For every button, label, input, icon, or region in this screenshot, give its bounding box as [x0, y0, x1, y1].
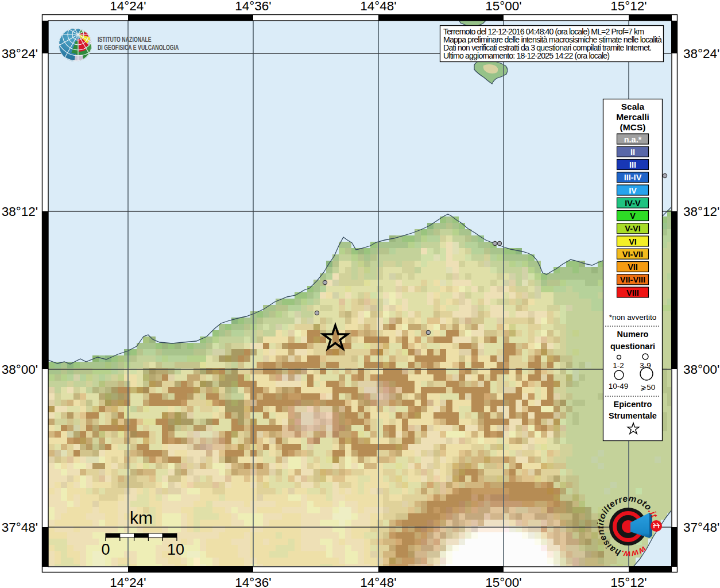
svg-text:km: km [130, 508, 153, 527]
svg-text:VIII: VIII [626, 288, 639, 297]
svg-text:0: 0 [101, 541, 110, 558]
svg-text:14°36': 14°36' [235, 575, 271, 588]
svg-text:14°24': 14°24' [110, 0, 146, 13]
svg-text:14°24': 14°24' [110, 575, 146, 588]
svg-text:questionari: questionari [610, 342, 655, 351]
svg-text:38°12': 38°12' [2, 204, 38, 219]
svg-text:DI GEOFISICA E VULCANOLOGIA: DI GEOFISICA E VULCANOLOGIA [98, 43, 179, 51]
svg-text:15°12': 15°12' [610, 0, 647, 13]
svg-text:IV-V: IV-V [625, 199, 641, 208]
svg-text:3-9: 3-9 [640, 361, 651, 370]
svg-text:Scala: Scala [621, 102, 645, 111]
svg-text:V-VI: V-VI [625, 224, 640, 233]
svg-text:Epicentro: Epicentro [614, 400, 652, 409]
svg-text:10: 10 [167, 541, 184, 558]
svg-text:Ultimo aggiornamento: 18-12-20: Ultimo aggiornamento: 18-12-2025 14:22 (… [443, 51, 610, 60]
svg-text:14°48': 14°48' [360, 0, 396, 13]
svg-text:Mercalli: Mercalli [616, 112, 649, 122]
svg-text:n.a.*: n.a.* [624, 135, 642, 144]
svg-text:IV: IV [629, 186, 637, 195]
svg-text:37°48': 37°48' [2, 520, 38, 535]
svg-text:37°48': 37°48' [683, 520, 719, 535]
svg-text:15°00': 15°00' [485, 575, 521, 588]
svg-text:II: II [630, 148, 635, 157]
svg-text:Strumentale: Strumentale [609, 411, 657, 420]
svg-text:15°12': 15°12' [610, 575, 647, 588]
svg-text:38°00': 38°00' [683, 362, 719, 377]
svg-text:VII: VII [628, 262, 638, 272]
svg-text:VI-VII: VI-VII [622, 250, 643, 259]
svg-text:14°48': 14°48' [360, 575, 396, 588]
svg-text:15°00': 15°00' [485, 0, 521, 13]
svg-text:10-49: 10-49 [609, 382, 629, 390]
svg-text:*non avvertito: *non avvertito [609, 313, 657, 322]
svg-text:38°00': 38°00' [2, 362, 38, 377]
svg-text:ISTITUTO NAZIONALE: ISTITUTO NAZIONALE [98, 35, 152, 43]
svg-text:1-2: 1-2 [613, 361, 624, 370]
svg-text:III-IV: III-IV [624, 173, 642, 182]
svg-text:38°24': 38°24' [683, 47, 719, 61]
svg-text:38°12': 38°12' [683, 204, 719, 219]
svg-text:(MCS): (MCS) [620, 122, 646, 132]
svg-text:Numero: Numero [617, 330, 649, 339]
svg-text:VI: VI [629, 237, 637, 246]
svg-text:38°24': 38°24' [2, 47, 38, 61]
svg-text:III: III [629, 160, 636, 169]
svg-text:V: V [630, 211, 636, 220]
svg-text:14°36': 14°36' [235, 0, 271, 13]
svg-text:VII-VIII: VII-VIII [620, 275, 645, 284]
svg-text:⩾50: ⩾50 [640, 383, 655, 392]
